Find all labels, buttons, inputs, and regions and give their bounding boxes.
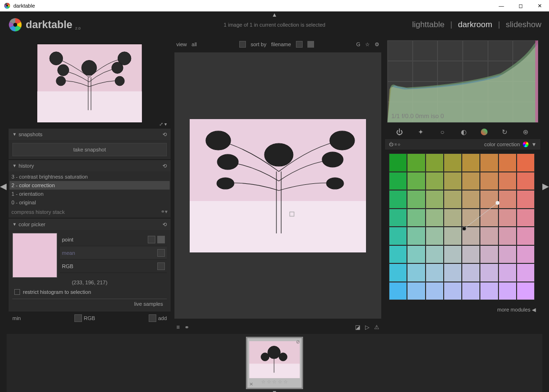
gear-icon[interactable]: ⚙	[375, 41, 379, 48]
compress-history[interactable]: compress history stack	[11, 209, 65, 215]
reset-icon[interactable]: ⟲	[163, 221, 167, 228]
color-cell[interactable]	[480, 153, 498, 172]
color-correction-grid[interactable]	[389, 153, 535, 300]
expand-icon[interactable]: ⤢ ▾	[159, 121, 167, 127]
star-icon[interactable]: ✦	[417, 128, 425, 136]
style-icon[interactable]: ⚭▾	[161, 209, 168, 215]
color-cell[interactable]	[517, 172, 535, 191]
color-cell[interactable]	[426, 172, 444, 191]
color-cell[interactable]	[517, 282, 535, 301]
color-cell[interactable]	[407, 153, 425, 172]
overexpose-icon[interactable]: ◪	[355, 324, 360, 331]
tab-lighttable[interactable]: lighttable	[412, 20, 445, 30]
reset-icon[interactable]: ⟲	[163, 163, 167, 169]
color-cell[interactable]	[389, 282, 407, 301]
rating-stars[interactable]: ☆ ☆ ☆ ☆ ☆	[249, 379, 300, 386]
color-cell[interactable]	[462, 245, 480, 264]
color-cell[interactable]	[444, 263, 462, 282]
color-cell[interactable]	[480, 172, 498, 191]
image-canvas[interactable]	[174, 52, 381, 319]
color-cell[interactable]	[480, 282, 498, 301]
color-cell[interactable]	[389, 190, 407, 209]
tab-darkroom[interactable]: darkroom	[458, 20, 492, 30]
color-cell[interactable]	[498, 227, 517, 245]
color-cell[interactable]	[517, 245, 535, 264]
module-power-icon[interactable]: ⏻ ≡ ⊙	[389, 142, 400, 147]
menu-icon[interactable]: ≡	[176, 324, 180, 331]
collapse-right-icon[interactable]: ▶	[542, 38, 549, 334]
color-cell[interactable]	[407, 245, 425, 264]
picker-active-icon[interactable]	[157, 236, 165, 243]
history-item[interactable]: 2 - color correction	[10, 181, 170, 190]
tab-slideshow[interactable]: slideshow	[506, 20, 541, 30]
color-cell[interactable]	[389, 153, 407, 172]
maximize-button[interactable]: ◻	[511, 0, 530, 11]
restrict-checkbox[interactable]	[14, 289, 20, 295]
color-cell[interactable]	[498, 209, 517, 227]
nav-thumbnail[interactable]	[37, 44, 142, 123]
module-header[interactable]: ⏻ ≡ ⊙ color correction ▼	[385, 139, 540, 150]
color-cell[interactable]	[426, 227, 444, 245]
more-modules[interactable]: more modules ◀	[385, 304, 540, 316]
color-cell[interactable]	[444, 209, 462, 227]
filter-icon[interactable]	[239, 41, 246, 48]
snapshots-header[interactable]: ▼ snapshots ⟲	[9, 129, 171, 140]
color-cell[interactable]	[517, 153, 535, 172]
color-cell[interactable]	[444, 245, 462, 264]
color-cell[interactable]	[498, 245, 517, 264]
histogram[interactable]: 1/1 f/0.0 0mm iso 0	[387, 40, 539, 123]
color-cell[interactable]	[426, 209, 444, 227]
reset-icon[interactable]: ⟲	[163, 131, 167, 138]
dropdown-icon[interactable]	[74, 314, 82, 322]
color-cell[interactable]	[480, 245, 498, 264]
dropdown-icon[interactable]	[157, 249, 165, 257]
close-button[interactable]: ✕	[530, 0, 549, 11]
color-cell[interactable]	[389, 227, 407, 245]
color-cell[interactable]	[426, 282, 444, 301]
take-snapshot-button[interactable]: take snapshot	[12, 143, 167, 156]
color-cell[interactable]	[407, 190, 425, 209]
color-cell[interactable]	[444, 153, 462, 172]
chevron-down-icon[interactable]: ▼	[531, 141, 537, 147]
color-cell[interactable]	[517, 227, 535, 245]
history-header[interactable]: ▼ history ⟲	[9, 160, 171, 171]
correct-icon[interactable]: ↻	[500, 128, 509, 136]
history-item[interactable]: 1 - orientation	[10, 190, 170, 198]
color-cell[interactable]	[444, 282, 462, 301]
colorpicker-header[interactable]: ▼ color picker ⟲	[9, 219, 171, 230]
color-cell[interactable]	[498, 172, 517, 191]
color-cell[interactable]	[444, 190, 462, 209]
circle-icon[interactable]: ○	[438, 128, 447, 136]
color-cell[interactable]	[389, 209, 407, 227]
color-cell[interactable]	[462, 153, 480, 172]
view-all[interactable]: all	[192, 41, 197, 47]
color-cell[interactable]	[462, 263, 480, 282]
remove-icon[interactable]: ✕	[249, 382, 253, 387]
color-cell[interactable]	[389, 172, 407, 191]
color-cell[interactable]	[444, 227, 462, 245]
style-icon[interactable]: ⚭	[184, 324, 189, 331]
reject-icon[interactable]: ⊘	[296, 339, 300, 344]
color-cell[interactable]	[444, 172, 462, 191]
color-cell[interactable]	[462, 282, 480, 301]
color-cell[interactable]	[498, 153, 517, 172]
history-item[interactable]: 0 - original	[10, 198, 170, 207]
add-label[interactable]: add	[158, 315, 167, 321]
color-cell[interactable]	[407, 227, 425, 245]
minimize-button[interactable]: —	[492, 0, 511, 11]
color-cell[interactable]	[462, 190, 480, 209]
filmstrip[interactable]: ☆ ☆ ☆ ☆ ☆ ⊘ ✕ ▼	[7, 334, 542, 392]
star-icon[interactable]: ☆	[365, 41, 370, 48]
color-cell[interactable]	[462, 227, 480, 245]
module-color-icon[interactable]	[523, 141, 529, 147]
filmstrip-thumb[interactable]: ☆ ☆ ☆ ☆ ☆ ⊘ ✕	[246, 337, 303, 389]
color-cell[interactable]	[407, 209, 425, 227]
color-cell[interactable]	[389, 245, 407, 264]
sort-dir-icon[interactable]	[307, 41, 314, 48]
color-cell[interactable]	[480, 263, 498, 282]
picker-mode-icon[interactable]	[148, 236, 155, 243]
collapse-bottom-icon[interactable]: ▼	[272, 389, 277, 392]
sort-icon[interactable]	[296, 41, 303, 48]
dropdown-icon[interactable]	[157, 262, 165, 270]
color-cell[interactable]	[407, 172, 425, 191]
